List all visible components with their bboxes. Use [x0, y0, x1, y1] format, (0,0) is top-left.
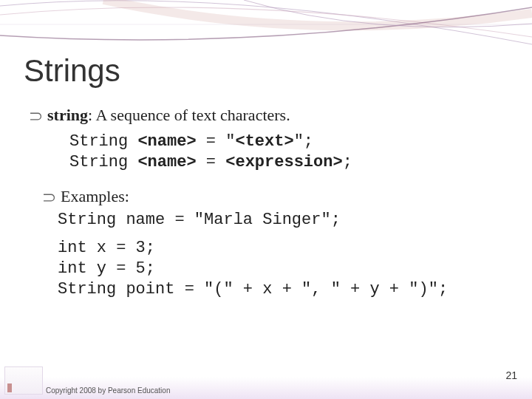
slide-title: Strings	[24, 53, 120, 89]
example-code-2: int x = 3; int y = 5; String point = "("…	[58, 238, 514, 300]
code-placeholder: <text>	[235, 132, 293, 151]
code-fragment: String	[69, 132, 137, 151]
decorative-curves	[0, 0, 532, 52]
bullet-main: ⸧ string: A sequence of text characters.	[27, 105, 514, 126]
code-fragment: ";	[294, 132, 313, 151]
bullet-icon: ⸧	[27, 105, 44, 126]
bullet-text: string: A sequence of text characters.	[47, 105, 290, 126]
code-fragment: = "	[197, 132, 236, 151]
code-placeholder: <name>	[137, 132, 196, 151]
code-fragment: String	[69, 153, 137, 171]
examples-label: Examples:	[61, 186, 129, 207]
code-placeholder: <expression>	[225, 153, 342, 171]
slide: Strings ⸧ string: A sequence of text cha…	[0, 0, 532, 399]
page-number: 21	[505, 369, 517, 381]
code-fragment: =	[197, 153, 226, 171]
bullet-rest: : A sequence of text characters.	[88, 106, 290, 124]
bullet-lead-term: string	[47, 106, 88, 124]
code-placeholder: <name>	[137, 153, 196, 171]
slide-body: ⸧ string: A sequence of text characters.…	[27, 105, 514, 303]
bullet-examples: ⸧ Examples:	[40, 186, 514, 207]
thumbnail-bar	[7, 383, 12, 392]
bullet-icon: ⸧	[40, 186, 58, 207]
copyright-text: Copyright 2008 by Pearson Education	[46, 386, 170, 395]
example-code-1: String name = "Marla Singer";	[58, 210, 514, 231]
syntax-block: String <name> = "<text>"; String <name> …	[69, 132, 514, 173]
thumbnail-icon	[4, 366, 43, 395]
code-fragment: ;	[343, 153, 352, 171]
